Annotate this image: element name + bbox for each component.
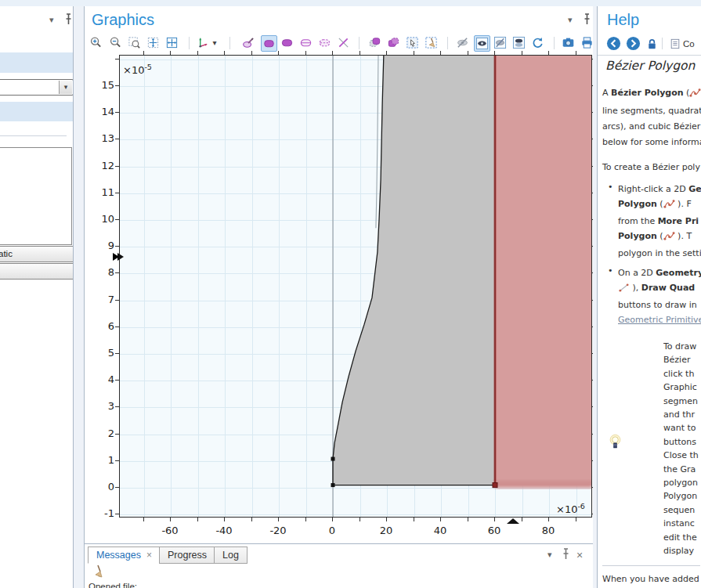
- clear-selection-icon[interactable]: [424, 35, 439, 50]
- x-axis-tick: [332, 51, 333, 55]
- help-text: ),: [630, 283, 641, 293]
- pin-icon[interactable]: [64, 13, 73, 28]
- lock-icon[interactable]: [646, 38, 658, 54]
- x-axis-tick: [360, 51, 360, 55]
- x-axis-tick: [170, 518, 171, 521]
- y-axis-tick: [592, 353, 593, 354]
- zoom-in-icon[interactable]: [89, 35, 103, 50]
- snapshot-icon[interactable]: [561, 35, 576, 50]
- y-axis-tick: [592, 272, 593, 273]
- close-icon[interactable]: ×: [146, 550, 152, 561]
- x-axis-tick: [224, 51, 225, 55]
- add-segment-button[interactable]: atic: [0, 246, 74, 262]
- zoom-out-icon[interactable]: [108, 35, 123, 50]
- chevron-down-icon: ▾: [64, 83, 68, 91]
- rectangle-solid-icon[interactable]: [261, 35, 277, 52]
- y-axis-tick: [592, 219, 593, 220]
- refresh-icon[interactable]: [530, 35, 545, 50]
- ellipse-dashed-icon[interactable]: [317, 35, 332, 50]
- y-axis-tick: [115, 193, 119, 193]
- reset-view-icon[interactable]: [164, 35, 179, 50]
- y-axis-label: 3: [86, 400, 114, 412]
- y-axis-tick: [115, 434, 119, 435]
- chevron-down-icon[interactable]: ▾: [568, 15, 573, 25]
- x-axis-tick: [170, 51, 171, 55]
- help-text: buttons to draw in: [618, 300, 697, 310]
- view-transparency-icon[interactable]: [511, 35, 526, 50]
- y-axis-tick: [115, 326, 119, 327]
- help-text: (: [684, 88, 690, 98]
- zoom-box-icon[interactable]: [127, 35, 142, 50]
- help-panel-title: Help: [607, 11, 639, 29]
- combobox-dropdown-button[interactable]: ▾: [59, 81, 72, 94]
- y-axis-label: 5: [86, 347, 114, 359]
- x-axis-tick: [332, 518, 333, 521]
- view-hide-icon[interactable]: [493, 35, 508, 50]
- tab-progress[interactable]: Progress: [159, 547, 215, 564]
- line-primitive-icon[interactable]: [336, 35, 351, 50]
- back-button[interactable]: [606, 36, 621, 51]
- tab-messages[interactable]: Messages×: [88, 547, 161, 564]
- help-text: ). F: [675, 199, 692, 209]
- application-window: { "glyphs": {"chevron_down": "▾", "close…: [0, 0, 701, 588]
- y-axis-tick: [115, 460, 119, 461]
- help-content: Bézier Polygon A Bézier Polygon (line se…: [602, 59, 701, 588]
- intersection-icon[interactable]: [386, 35, 401, 50]
- help-text: ). T: [675, 231, 692, 241]
- lightbulb-icon: [609, 434, 622, 452]
- hide-objects-icon[interactable]: [455, 35, 470, 50]
- y-axis-tick: [592, 326, 593, 327]
- forward-button[interactable]: [626, 36, 641, 51]
- clear-messages-broom-icon[interactable]: [91, 565, 103, 583]
- chevron-down-icon[interactable]: ▾: [210, 35, 219, 50]
- print-icon[interactable]: [580, 35, 593, 50]
- contents-label[interactable]: Co: [683, 39, 695, 49]
- y-axis-tick: [592, 434, 593, 435]
- x-axis-tick: [440, 51, 441, 55]
- ellipse-outline-icon[interactable]: [298, 35, 313, 50]
- x-axis-tick: [251, 518, 252, 521]
- help-divider: [602, 565, 700, 566]
- help-tip-line: Bézier: [663, 353, 701, 366]
- chevron-down-icon[interactable]: ▾: [547, 550, 552, 560]
- view-solid-icon[interactable]: [474, 35, 490, 52]
- y-axis-tick: [115, 353, 119, 354]
- settings-combobox[interactable]: ▾: [0, 79, 74, 96]
- plot-area: ×10-5 ×10-6 -60-40-200204060801514131211…: [119, 55, 592, 518]
- help-text: below for some informa: [602, 137, 701, 147]
- panel-splitter-left[interactable]: [73, 6, 84, 588]
- toolbar-separator: [359, 37, 360, 49]
- y-axis-tick: [115, 514, 119, 514]
- segments-listbox[interactable]: [0, 147, 72, 245]
- contents-icon[interactable]: [670, 38, 681, 52]
- help-tip-line: polygon: [663, 476, 701, 489]
- union-icon[interactable]: [367, 35, 382, 50]
- toolbar-separator: [229, 37, 230, 49]
- help-link[interactable]: Geometric Primitive: [618, 315, 701, 325]
- pin-icon[interactable]: [583, 13, 591, 28]
- sketch-ellipse-icon[interactable]: [241, 35, 256, 50]
- x-axis-tick: [494, 51, 495, 55]
- ellipse-solid-icon[interactable]: [280, 35, 294, 50]
- y-axis-tick: [592, 300, 593, 301]
- zoom-extents-icon[interactable]: [146, 35, 161, 50]
- select-box-icon[interactable]: [405, 35, 420, 50]
- help-bullet-item: •On a 2D Geometry ), Draw Quadbuttons to…: [602, 265, 701, 327]
- close-icon[interactable]: ×: [576, 549, 583, 561]
- y-axis-label: 13: [86, 132, 114, 144]
- y-axis-label: -1: [86, 507, 114, 519]
- chevron-down-icon[interactable]: ▾: [49, 15, 54, 25]
- help-tip-line: edit the: [663, 531, 701, 544]
- tab-log[interactable]: Log: [214, 547, 248, 564]
- settings-separator: [0, 135, 67, 136]
- plot-canvas[interactable]: ×10-5 ×10-6: [119, 55, 592, 518]
- y-axis-tick: [115, 112, 119, 113]
- view-orientation-icon[interactable]: [196, 35, 211, 50]
- x-axis-label: -60: [153, 525, 187, 536]
- x-axis-tick: [386, 518, 387, 521]
- help-text: Right-click a 2D: [618, 184, 688, 194]
- add-segment-button-2[interactable]: [0, 263, 74, 280]
- x-axis-tick: [278, 51, 279, 55]
- x-axis-pointer: [507, 518, 519, 524]
- pin-icon[interactable]: [562, 548, 570, 563]
